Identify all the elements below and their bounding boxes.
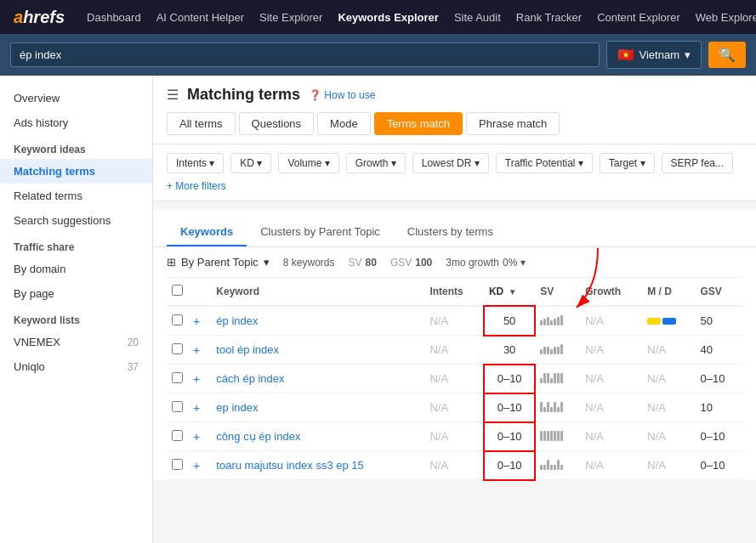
nav-ai-content[interactable]: AI Content Helper [156,8,244,27]
stat-growth[interactable]: 3mo growth 0% ▾ [446,257,526,269]
add-keyword-button[interactable]: + [193,401,200,415]
keyword-link[interactable]: tool ép index [216,343,279,356]
row-checkbox[interactable] [172,314,183,325]
row-checkbox[interactable] [172,459,183,470]
tab-mode[interactable]: Mode [317,112,371,135]
sv-bar-segment [540,431,543,441]
by-parent-topic-label: By Parent Topic [181,256,259,269]
sv-bar-segment [557,407,560,412]
by-parent-topic-selector[interactable]: ⊞ By Parent Topic ▾ [167,256,270,269]
row-checkbox[interactable] [172,430,183,441]
filter-traffic-potential[interactable]: Traffic Potential ▾ [496,153,593,173]
filter-intents[interactable]: Intents ▾ [167,153,224,173]
tab-terms-match[interactable]: Terms match [374,112,463,135]
nav-dashboard[interactable]: Dashboard [87,8,141,27]
sv-bar-segment [540,378,543,383]
search-button[interactable]: 🔍 [708,42,746,68]
th-add [188,278,211,306]
row-keyword-cell: ep index [211,393,424,422]
keyword-link[interactable]: cách ép index [216,372,284,385]
row-md-cell: N/A [642,451,695,480]
row-growth-cell: N/A [580,365,642,393]
row-sv-cell [535,365,580,393]
tab-phrase-match[interactable]: Phrase match [466,112,560,135]
country-selector[interactable]: 🇻🇳 Vietnam ▾ [606,41,702,69]
th-checkbox [167,278,188,306]
th-gsv[interactable]: GSV [696,278,742,306]
intents-value: N/A [429,343,448,356]
add-keyword-button[interactable]: + [193,343,200,357]
tab-questions[interactable]: Questions [239,112,315,135]
add-keyword-button[interactable]: + [193,430,200,444]
add-keyword-button[interactable]: + [193,459,200,472]
row-checkbox[interactable] [172,401,183,412]
th-md[interactable]: M / D [642,278,695,306]
sidebar-item-search-suggestions[interactable]: Search suggestions [0,208,152,233]
row-checkbox[interactable] [172,343,183,354]
add-keyword-button[interactable]: + [193,314,200,328]
kd-value: 0–10 [497,459,522,472]
sv-chart [540,429,563,441]
gsv-value: 10 [701,401,713,414]
nav-site-audit[interactable]: Site Audit [454,8,501,27]
select-all-checkbox[interactable] [172,285,183,296]
th-keyword[interactable]: Keyword [211,278,424,306]
sidebar-item-matching-terms[interactable]: Matching terms [0,159,152,184]
sidebar-item-ads-history[interactable]: Ads history [0,110,152,135]
how-use-link[interactable]: ❓ How to use [309,89,375,101]
kd-value: 0–10 [497,372,522,385]
page-title: Matching terms [187,86,300,104]
keyword-link[interactable]: toaru majutsu index ss3 ep 15 [216,459,363,472]
menu-icon[interactable]: ☰ [167,87,179,103]
nav-content-explorer[interactable]: Content Explorer [597,8,680,27]
country-label: Vietnam [639,48,679,61]
sv-bar-segment [543,431,546,441]
sidebar-item-related-terms[interactable]: Related terms [0,184,152,208]
md-value: N/A [647,459,666,472]
row-intents-cell: N/A [424,451,484,480]
data-tab-clusters-terms[interactable]: Clusters by terms [394,218,507,246]
sidebar-item-by-page[interactable]: By page [0,281,152,306]
nav-rank-tracker[interactable]: Rank Tracker [516,8,582,27]
sv-bar-segment [540,320,543,325]
sv-bar-segment [560,373,563,383]
th-intents[interactable]: Intents [424,278,484,306]
row-sv-cell [535,451,580,480]
table-row: +ép indexN/A50N/A50 [167,306,742,336]
growth-value: N/A [585,459,604,472]
row-gsv-cell: 50 [696,306,742,336]
more-filters-link[interactable]: + More filters [167,180,742,192]
sv-bar-segment [550,378,553,383]
nav-web-explorer[interactable]: Web Explorer [696,8,756,27]
filter-target[interactable]: Target ▾ [600,153,655,173]
sv-bar-segment [543,407,546,412]
th-growth[interactable]: Growth [580,278,642,306]
sidebar: Overview Ads history Keyword ideas Match… [0,76,153,543]
md-value: N/A [647,430,666,443]
search-input[interactable] [10,42,600,67]
keyword-link[interactable]: công cụ ép index [216,430,300,443]
nav-keywords-explorer[interactable]: Keywords Explorer [338,8,439,27]
nav-site-explorer[interactable]: Site Explorer [259,8,322,27]
filter-volume[interactable]: Volume ▾ [278,153,338,173]
data-tab-keywords[interactable]: Keywords [167,218,247,246]
keyword-link[interactable]: ép index [216,314,258,327]
sidebar-item-by-domain[interactable]: By domain [0,257,152,281]
row-checkbox[interactable] [172,372,183,383]
th-sv[interactable]: SV [535,278,580,306]
sidebar-item-uniqlo[interactable]: Uniqlo 37 [0,354,152,379]
filter-growth[interactable]: Growth ▾ [346,153,406,173]
sidebar-item-overview[interactable]: Overview [0,86,152,110]
th-kd[interactable]: KD ▼ [484,278,535,306]
filter-section: Intents ▾ KD ▾ Volume ▾ Growth ▾ Lowest … [153,144,756,201]
tab-all-terms[interactable]: All terms [167,112,236,135]
keyword-link[interactable]: ep index [216,401,258,414]
filter-lowest-dr[interactable]: Lowest DR ▾ [412,153,489,173]
sidebar-item-vnemex[interactable]: VNEMEX 20 [0,330,152,354]
filter-serp-features[interactable]: SERP fea... [662,153,733,173]
table-row: +cách ép indexN/A0–10N/AN/A0–10 [167,365,742,393]
filter-kd[interactable]: KD ▾ [230,153,271,173]
row-growth-cell: N/A [580,306,642,336]
data-tab-clusters-parent[interactable]: Clusters by Parent Topic [247,218,394,246]
add-keyword-button[interactable]: + [193,372,200,386]
